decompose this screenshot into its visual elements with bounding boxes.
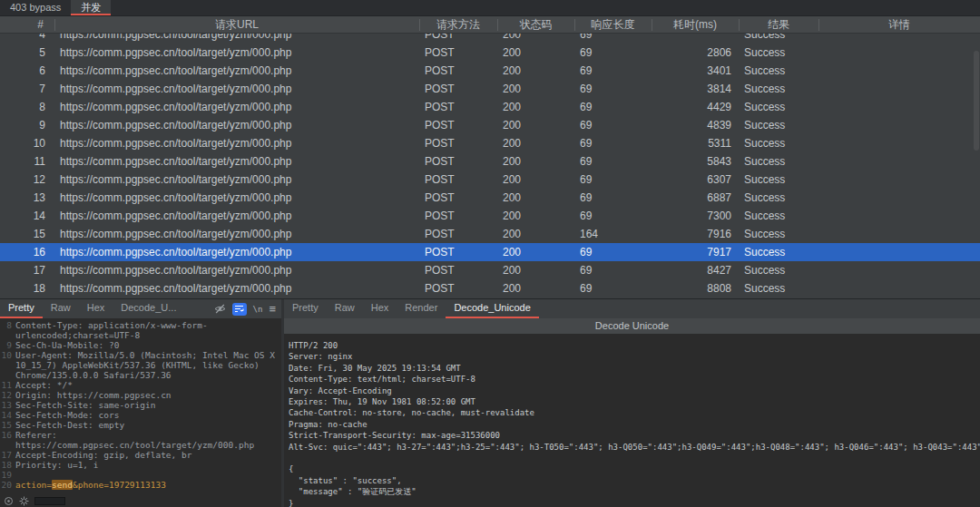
response-tab-render[interactable]: Render: [397, 299, 446, 318]
column-header-url[interactable]: 请求URL: [54, 16, 419, 34]
message-panels: PrettyRawHexDecode_U...: [0, 298, 980, 507]
hide-icon[interactable]: [214, 304, 226, 314]
table-row[interactable]: 6https://comm.pgpsec.cn/tool/target/yzm/…: [0, 62, 980, 80]
table-row[interactable]: 12https://comm.pgpsec.cn/tool/target/yzm…: [0, 171, 980, 189]
column-header-result[interactable]: 结果: [739, 16, 818, 34]
window-tab-403-bypass[interactable]: 403 bypass: [0, 0, 71, 15]
cell-time: 6887: [652, 191, 739, 204]
table-scrollbar-thumb[interactable]: [974, 51, 979, 151]
request-tab-pretty[interactable]: Pretty: [0, 299, 43, 318]
cell-length: 69: [574, 191, 652, 204]
response-tab-decode-unicode[interactable]: Decode_Unicode: [446, 299, 538, 318]
table-row[interactable]: 10https://comm.pgpsec.cn/tool/target/yzm…: [0, 134, 980, 152]
cell-url: https://comm.pgpsec.cn/tool/target/yzm/0…: [54, 210, 419, 222]
cell-time: 5311: [652, 137, 739, 150]
table-row[interactable]: 17https://comm.pgpsec.cn/tool/target/yzm…: [0, 261, 980, 279]
cell-num: 5: [0, 46, 54, 59]
gear-icon[interactable]: [19, 496, 29, 506]
table-row[interactable]: 8https://comm.pgpsec.cn/tool/target/yzm/…: [0, 98, 980, 116]
window-tab-concurrency[interactable]: 并发: [71, 0, 111, 15]
request-line: 9Sec-Ch-Ua-Mobile: ?0: [0, 340, 281, 350]
cell-result: Success: [739, 46, 818, 59]
response-line: Vary: Accept-Encoding: [289, 385, 980, 396]
table-row[interactable]: 13https://comm.pgpsec.cn/tool/target/yzm…: [0, 189, 980, 207]
request-tab-decode-u[interactable]: Decode_U...: [113, 299, 184, 318]
table-row[interactable]: 7https://comm.pgpsec.cn/tool/target/yzm/…: [0, 80, 980, 98]
line-text: Referer: https://comm.pgpsec.cn/tool/tar…: [15, 430, 281, 450]
mini-search-field[interactable]: [34, 497, 65, 505]
table-row[interactable]: 4https://comm.pgpsec.cn/tool/target/yzm/…: [0, 34, 980, 44]
cell-status: 200: [497, 64, 574, 77]
newline-icon[interactable]: \n: [253, 305, 263, 314]
response-tab-hex[interactable]: Hex: [363, 299, 397, 318]
cell-length: 69: [574, 155, 652, 168]
request-line: 14Sec-Fetch-Mode: cors: [0, 410, 281, 420]
cell-time: 4839: [652, 119, 739, 132]
line-text: Sec-Fetch-Mode: cors: [15, 410, 281, 420]
column-header-method[interactable]: 请求方法: [419, 16, 497, 34]
crosshair-icon[interactable]: [4, 496, 14, 506]
cell-num: 12: [0, 173, 54, 186]
request-line: 15Sec-Fetch-Dest: empty: [0, 420, 281, 430]
cell-status: 200: [497, 119, 574, 132]
response-editor[interactable]: HTTP/2 200Server: nginxDate: Fri, 30 May…: [284, 334, 980, 507]
table-row[interactable]: 11https://comm.pgpsec.cn/tool/target/yzm…: [0, 152, 980, 171]
response-line: Cache-Control: no-store, no-cache, must-…: [289, 407, 980, 418]
cell-length: 69: [574, 282, 652, 295]
cell-status: 200: [497, 34, 574, 41]
cell-method: POST: [419, 155, 497, 168]
cell-result: Success: [739, 155, 818, 168]
cell-result: Success: [739, 210, 818, 222]
cell-method: POST: [419, 101, 497, 113]
cell-num: 10: [0, 137, 54, 150]
line-text: [15, 470, 281, 480]
request-line: 18Priority: u=1, i: [0, 460, 281, 470]
cell-length: 164: [574, 228, 652, 240]
cell-method: POST: [419, 191, 497, 204]
table-row[interactable]: 14https://comm.pgpsec.cn/tool/target/yzm…: [0, 207, 980, 225]
cell-num: 15: [0, 228, 54, 240]
line-text: User-Agent: Mozilla/5.0 (Macintosh; Inte…: [15, 350, 281, 380]
line-text: Accept-Encoding: gzip, deflate, br: [15, 450, 281, 460]
menu-icon[interactable]: ≡: [269, 303, 276, 315]
soft-wrap-icon[interactable]: [232, 303, 247, 316]
cell-method: POST: [419, 64, 497, 77]
table-row[interactable]: 9https://comm.pgpsec.cn/tool/target/yzm/…: [0, 116, 980, 134]
results-table: #请求URL请求方法状态码响应长度耗时(ms)结果详情 4https://com…: [0, 16, 980, 297]
cell-result: Success: [739, 119, 818, 132]
column-header-details[interactable]: 详情: [818, 16, 980, 34]
table-row[interactable]: 5https://comm.pgpsec.cn/tool/target/yzm/…: [0, 44, 980, 62]
line-number: 8: [0, 320, 15, 340]
cell-url: https://comm.pgpsec.cn/tool/target/yzm/0…: [54, 34, 419, 41]
table-row[interactable]: 16https://comm.pgpsec.cn/tool/target/yzm…: [0, 243, 980, 261]
line-number: 16: [0, 430, 15, 450]
request-line: 19: [0, 470, 281, 480]
request-tab-raw[interactable]: Raw: [43, 299, 79, 318]
cell-time: 8427: [652, 264, 739, 277]
response-subheader: Decode Unicode: [284, 318, 980, 334]
column-header-num[interactable]: #: [0, 16, 54, 34]
cell-status: 200: [497, 264, 574, 277]
line-text: Sec-Fetch-Site: same-origin: [15, 400, 281, 410]
cell-url: https://comm.pgpsec.cn/tool/target/yzm/0…: [54, 228, 419, 240]
cell-num: 7: [0, 83, 54, 95]
cell-status: 200: [497, 83, 574, 95]
response-tab-pretty[interactable]: Pretty: [284, 299, 327, 318]
cell-url: https://comm.pgpsec.cn/tool/target/yzm/0…: [54, 64, 419, 77]
line-number: 17: [0, 450, 15, 460]
cell-status: 200: [497, 191, 574, 204]
response-tab-raw[interactable]: Raw: [327, 299, 363, 318]
column-header-status[interactable]: 状态码: [497, 16, 574, 34]
cell-time: 3814: [652, 83, 739, 95]
table-row[interactable]: 15https://comm.pgpsec.cn/tool/target/yzm…: [0, 225, 980, 243]
line-text: Accept: */*: [15, 380, 281, 390]
request-editor[interactable]: 8Content-Type: application/x-www-form-ur…: [0, 318, 281, 495]
column-header-time[interactable]: 耗时(ms): [652, 16, 739, 34]
column-header-length[interactable]: 响应长度: [574, 16, 652, 34]
request-tab-hex[interactable]: Hex: [79, 299, 113, 318]
cell-num: 4: [0, 34, 54, 41]
cell-method: POST: [419, 83, 497, 95]
response-line: Strict-Transport-Security: max-age=31536…: [289, 430, 980, 441]
line-number: 14: [0, 410, 15, 420]
cell-result: Success: [739, 264, 818, 277]
